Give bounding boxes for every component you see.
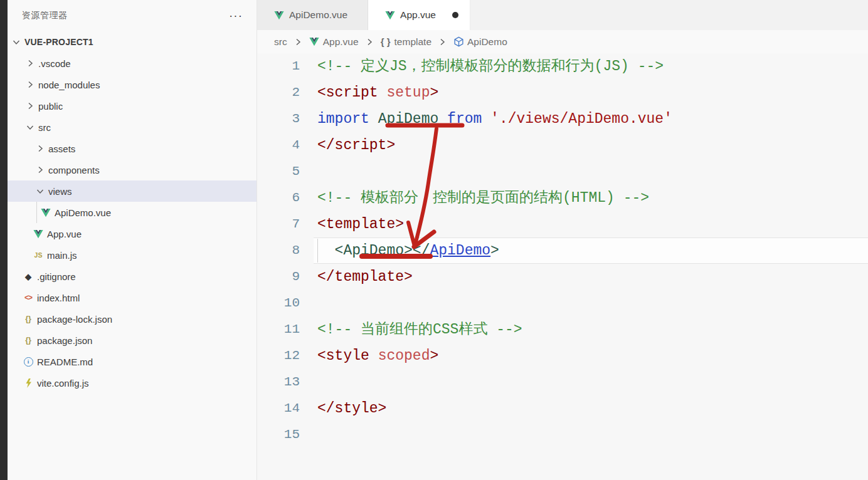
sidebar-item-gitignore[interactable]: ◆.gitignore (8, 266, 257, 287)
sidebar-item-label: views (48, 186, 72, 197)
vue-icon (40, 207, 51, 217)
tab-label: ApiDemo.vue (289, 9, 347, 21)
chevron-down-icon (25, 122, 35, 132)
code-token (482, 111, 490, 127)
code-line-content: <style scoped> (300, 343, 438, 369)
code-token (317, 243, 335, 259)
code-token: > (490, 243, 499, 259)
code-token: </script> (317, 137, 395, 154)
chevron-down-icon (35, 186, 45, 196)
sidebar-item-label: VUE-PROJECT1 (24, 37, 93, 47)
explorer-header: 资源管理器 ··· (8, 0, 257, 31)
code-line-15[interactable]: 15 (257, 422, 868, 448)
sidebar-item-vite-config-js[interactable]: vite.config.js (8, 372, 257, 394)
code-line-10[interactable]: 10 (257, 290, 868, 316)
breadcrumb-item-src[interactable]: src (274, 36, 287, 48)
line-number: 15 (257, 422, 300, 448)
chevron-right-icon (35, 165, 45, 175)
code-line-5[interactable]: 5 (257, 159, 868, 185)
line-number: 12 (257, 343, 300, 369)
tab-apidemo-vue[interactable]: ApiDemo.vue (257, 0, 368, 30)
line-number: 5 (257, 159, 300, 185)
code-line-content: </script> (300, 132, 395, 159)
line-number: 8 (257, 237, 300, 264)
sidebar-item-label: .vscode (38, 58, 71, 69)
line-number: 11 (257, 316, 300, 343)
explorer-sidebar: 资源管理器 ··· VUE-PROJECT1.vscodenode_module… (8, 0, 257, 480)
js-icon: JS (33, 250, 44, 260)
sidebar-item-label: README.md (37, 357, 93, 367)
code-line-7[interactable]: 7<template> (257, 211, 868, 237)
code-line-content: <template> (300, 211, 404, 237)
component-link[interactable]: ApiDemo (430, 243, 490, 259)
code-line-3[interactable]: 3import ApiDemo from './views/ApiDemo.vu… (257, 106, 868, 132)
sidebar-item-views[interactable]: views (8, 180, 257, 202)
code-line-content: <ApiDemo></ApiDemo> (300, 237, 499, 264)
sidebar-item-label: components (48, 165, 100, 175)
sidebar-item-vscode[interactable]: .vscode (8, 53, 257, 74)
sidebar-item-label: vite.config.js (37, 378, 89, 389)
code-token: > (430, 85, 438, 101)
code-token: <!-- 模板部分，控制的是页面的结构(HTML) --> (317, 190, 649, 206)
unsaved-indicator[interactable] (452, 12, 458, 18)
sidebar-item-main-js[interactable]: JSmain.js (8, 244, 257, 266)
code-line-1[interactable]: 1<!-- 定义JS，控制模板部分的数据和行为(JS) --> (257, 53, 868, 80)
code-token: ApiDemo (378, 111, 439, 127)
sidebar-item-label: public (38, 101, 63, 112)
code-line-11[interactable]: 11<!-- 当前组件的CSS样式 --> (257, 316, 868, 343)
code-area[interactable]: 1<!-- 定义JS，控制模板部分的数据和行为(JS) -->2<script … (257, 53, 868, 480)
code-line-content: <!-- 模板部分，控制的是页面的结构(HTML) --> (300, 185, 649, 211)
code-token (369, 111, 378, 127)
code-line-4[interactable]: 4</script> (257, 132, 868, 159)
tab-app-vue[interactable]: App.vue (368, 0, 470, 30)
code-line-14[interactable]: 14</style> (257, 395, 868, 422)
cube-icon (453, 37, 464, 47)
vue-icon (309, 37, 320, 47)
sidebar-item-package-lock-json[interactable]: {}package-lock.json (8, 308, 257, 330)
code-line-content: <!-- 当前组件的CSS样式 --> (300, 316, 522, 343)
code-line-13[interactable]: 13 (257, 369, 868, 395)
sidebar-item-index-html[interactable]: <>index.html (8, 287, 257, 308)
code-line-6[interactable]: 6<!-- 模板部分，控制的是页面的结构(HTML) --> (257, 185, 868, 211)
code-line-content: </template> (300, 264, 413, 290)
code-token (438, 111, 447, 127)
sidebar-item-readme-md[interactable]: iREADME.md (8, 351, 257, 372)
breadcrumb-item-apidemo[interactable]: ApiDemo (453, 36, 507, 48)
sidebar-item-node-modules[interactable]: node_modules (8, 74, 257, 95)
sidebar-item-label: src (38, 122, 51, 133)
code-token: <template> (317, 216, 404, 232)
more-actions-icon[interactable]: ··· (229, 13, 243, 19)
file-tree: VUE-PROJECT1.vscodenode_modulespublicsrc… (8, 31, 257, 394)
code-line-12[interactable]: 12<style scoped> (257, 343, 868, 369)
line-number: 10 (257, 290, 300, 316)
breadcrumb: srcApp.vue{ }templateApiDemo (257, 30, 868, 53)
code-token: './views/ApiDemo.vue' (490, 111, 672, 127)
breadcrumb-item-template[interactable]: { }template (380, 36, 431, 48)
line-number: 3 (257, 106, 300, 132)
sidebar-item-src[interactable]: src (8, 117, 257, 138)
code-line-9[interactable]: 9</template> (257, 264, 868, 290)
sidebar-item-label: package.json (37, 335, 92, 346)
code-line-content: <script setup> (300, 80, 438, 106)
code-token: from (447, 111, 482, 127)
sidebar-item-label: package-lock.json (37, 314, 112, 325)
sidebar-item-apidemo-vue[interactable]: ApiDemo.vue (8, 202, 257, 223)
braces-icon: { } (380, 37, 391, 47)
sidebar-item-vue-project1[interactable]: VUE-PROJECT1 (8, 31, 257, 53)
sidebar-item-components[interactable]: components (8, 159, 257, 180)
sidebar-item-public[interactable]: public (8, 95, 257, 117)
git-icon: ◆ (23, 271, 34, 281)
sidebar-item-package-json[interactable]: {}package.json (8, 330, 257, 351)
editor-group: ApiDemo.vueApp.vue srcApp.vue{ }template… (257, 0, 868, 480)
vue-icon (33, 229, 44, 239)
code-line-2[interactable]: 2<script setup> (257, 80, 868, 106)
breadcrumb-item-app-vue[interactable]: App.vue (309, 36, 359, 48)
sidebar-item-assets[interactable]: assets (8, 138, 257, 159)
chevron-right-icon (25, 80, 35, 90)
breadcrumb-separator-icon (293, 37, 303, 47)
code-line-8[interactable]: 8 <ApiDemo></ApiDemo> (257, 237, 868, 264)
chevron-right-icon (25, 58, 35, 68)
code-line-content: </style> (300, 395, 386, 422)
sidebar-item-app-vue[interactable]: App.vue (8, 223, 257, 244)
sidebar-item-label: assets (48, 143, 75, 154)
